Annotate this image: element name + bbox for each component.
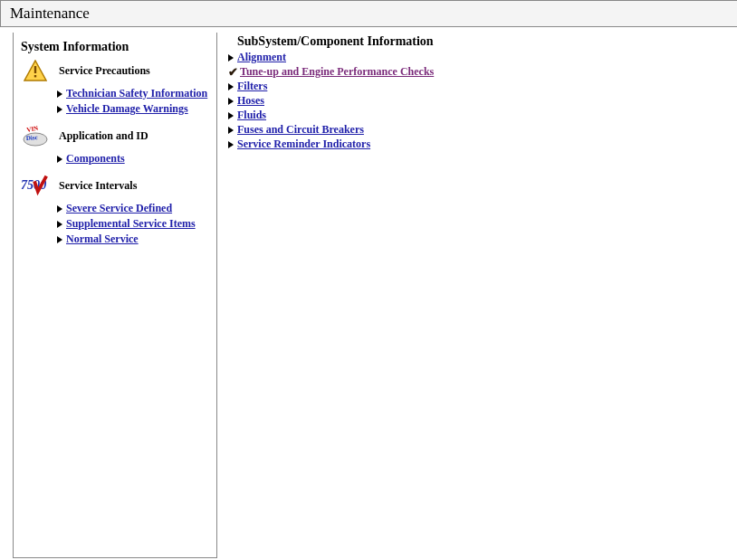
- triangle-icon: [228, 83, 234, 90]
- section-label: Service Precautions: [59, 64, 150, 78]
- page-title: Maintenance: [10, 5, 90, 22]
- link-hoses[interactable]: Hoses: [237, 94, 264, 108]
- right-row-tune-up: ✔ Tune-up and Engine Performance Checks: [228, 65, 737, 79]
- triangle-icon: [57, 156, 62, 163]
- svg-rect-2: [34, 75, 36, 77]
- section-label: Service Intervals: [59, 179, 137, 193]
- link-row-vehicle-damage: Vehicle Damage Warnings: [57, 102, 209, 116]
- link-fuses[interactable]: Fuses and Circuit Breakers: [237, 123, 364, 137]
- link-fluids[interactable]: Fluids: [237, 109, 266, 122]
- 7500-check-icon: 7500: [21, 173, 50, 198]
- section-application-id: VIN Disc Application and ID: [21, 123, 209, 148]
- right-row-hoses: Hoses: [228, 94, 737, 108]
- link-alignment[interactable]: Alignment: [237, 51, 286, 64]
- link-tune-up[interactable]: Tune-up and Engine Performance Checks: [240, 65, 434, 79]
- link-row-normal-service: Normal Service: [57, 233, 209, 246]
- triangle-icon: [57, 236, 62, 243]
- right-row-fluids: Fluids: [228, 109, 737, 122]
- link-components[interactable]: Components: [66, 152, 125, 166]
- link-normal-service[interactable]: Normal Service: [66, 233, 139, 246]
- link-row-components: Components: [57, 152, 209, 166]
- triangle-icon: [57, 90, 62, 98]
- right-pane: SubSystem/Component Information Alignmen…: [217, 27, 737, 558]
- section-label: Application and ID: [59, 129, 148, 143]
- triangle-icon: [57, 106, 62, 113]
- content-area: System Information Service Precautions T…: [0, 27, 737, 558]
- triangle-icon: [57, 205, 62, 213]
- vin-disc-icon: VIN Disc: [21, 123, 50, 148]
- triangle-icon: [228, 98, 234, 105]
- right-row-alignment: Alignment: [228, 51, 737, 64]
- link-service-reminder[interactable]: Service Reminder Indicators: [237, 138, 370, 151]
- triangle-icon: [228, 127, 234, 134]
- section-service-precautions: Service Precautions: [21, 58, 209, 83]
- left-pane-title: System Information: [21, 40, 209, 54]
- page-header: Maintenance: [0, 0, 737, 27]
- triangle-icon: [57, 221, 62, 228]
- warning-triangle-icon: [21, 58, 50, 83]
- link-severe-service[interactable]: Severe Service Defined: [66, 202, 172, 215]
- link-filters[interactable]: Filters: [237, 80, 267, 93]
- link-technician-safety[interactable]: Technician Safety Information: [66, 87, 207, 100]
- link-supplemental-service[interactable]: Supplemental Service Items: [66, 217, 196, 231]
- right-row-filters: Filters: [228, 80, 737, 93]
- link-vehicle-damage[interactable]: Vehicle Damage Warnings: [66, 102, 188, 116]
- triangle-icon: [228, 141, 234, 148]
- link-row-tech-safety: Technician Safety Information: [57, 87, 209, 100]
- link-row-severe-service: Severe Service Defined: [57, 202, 209, 215]
- left-pane: System Information Service Precautions T…: [13, 33, 217, 558]
- triangle-icon: [228, 112, 234, 119]
- link-row-supplemental-service: Supplemental Service Items: [57, 217, 209, 231]
- right-row-reminder: Service Reminder Indicators: [228, 138, 737, 151]
- triangle-icon: [228, 54, 234, 62]
- svg-rect-1: [34, 66, 36, 73]
- svg-text:VIN: VIN: [26, 124, 39, 133]
- right-pane-title: SubSystem/Component Information: [237, 34, 737, 49]
- right-row-fuses: Fuses and Circuit Breakers: [228, 123, 737, 137]
- checkmark-icon: ✔: [228, 66, 238, 78]
- svg-text:Disc: Disc: [26, 134, 38, 142]
- section-service-intervals: 7500 Service Intervals: [21, 173, 209, 198]
